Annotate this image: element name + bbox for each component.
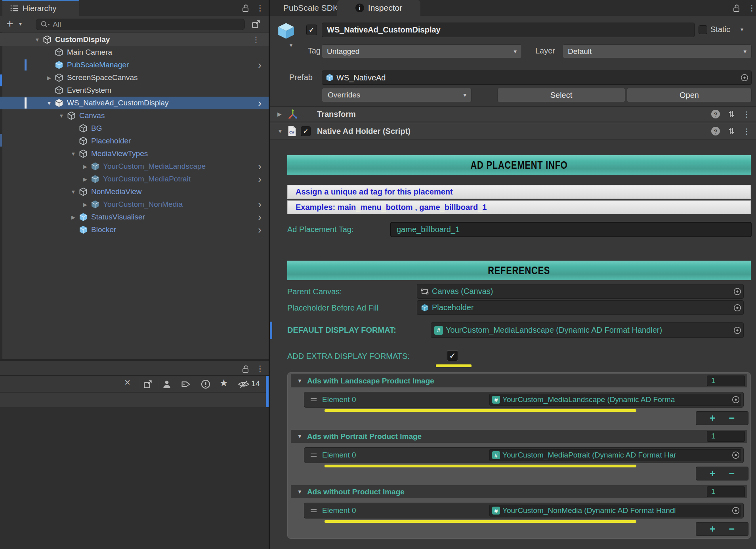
tag-dropdown[interactable]: Untagged ▾ xyxy=(322,44,522,58)
script-enabled-checkbox[interactable]: ✓ xyxy=(301,126,311,136)
hierarchy-item-main-camera[interactable]: Main Camera xyxy=(0,46,269,59)
list-element-row[interactable]: Element 0 # YourCustom_NonMedia (Dynamic… xyxy=(304,503,744,518)
add-element-button[interactable]: + xyxy=(710,413,716,423)
object-picker-icon[interactable] xyxy=(731,451,740,459)
object-picker-icon[interactable] xyxy=(733,303,742,312)
add-element-button[interactable]: + xyxy=(710,524,716,534)
tab-hierarchy[interactable]: Hierarchy xyxy=(2,0,79,16)
hierarchy-item-statusvisualiser[interactable]: ▶ StatusVisualiser › xyxy=(0,211,269,223)
gameobject-name-field[interactable]: WS_NativeAd_CustomDisplay xyxy=(322,23,695,37)
list-header[interactable]: ▼ Ads with Portrait Product Image 1 xyxy=(291,430,747,443)
drag-handle-icon[interactable] xyxy=(311,509,317,512)
foldout-open-icon[interactable]: ▼ xyxy=(277,128,283,134)
list-size-field[interactable]: 1 xyxy=(707,486,745,497)
help-icon[interactable]: ? xyxy=(711,127,720,135)
prefab-object-field[interactable]: WS_NativeAd xyxy=(322,71,752,85)
kebab-menu-icon[interactable]: ⋮ xyxy=(256,364,264,374)
add-dropdown-caret[interactable]: ▾ xyxy=(19,21,22,27)
hierarchy-item-canvas[interactable]: ▼ Canvas xyxy=(0,109,269,122)
prefab-open-chevron[interactable]: › xyxy=(258,160,262,173)
kebab-menu-icon[interactable]: ⋮ xyxy=(743,110,750,119)
preset-icon[interactable] xyxy=(727,110,736,118)
prefab-open-chevron[interactable]: › xyxy=(258,97,262,109)
add-element-button[interactable]: + xyxy=(710,469,716,478)
list-header[interactable]: ▼ Ads without Product Image 1 xyxy=(291,485,747,498)
hierarchy-search-field[interactable]: All xyxy=(36,19,245,30)
foldout-open-icon[interactable]: ▼ xyxy=(297,489,302,495)
tag-filter-icon[interactable] xyxy=(181,379,191,389)
prefab-open-chevron[interactable]: › xyxy=(258,224,262,236)
remove-element-button[interactable]: − xyxy=(729,413,735,423)
foldout-open-icon[interactable]: ▼ xyxy=(297,433,302,439)
script-component-header[interactable]: ▼ C# ✓ Native Ad Holder (Script) ? ⋮ xyxy=(270,123,756,139)
icon-dropdown-caret[interactable]: ▾ xyxy=(290,42,292,48)
hierarchy-item-ws-nativead-customdisplay[interactable]: ▼ WS_NativeAd_CustomDisplay › xyxy=(0,97,269,109)
drag-handle-icon[interactable] xyxy=(311,454,317,457)
hierarchy-item-yourcustom-medialandscape[interactable]: ▶ YourCustom_MediaLandscape › xyxy=(0,160,269,173)
hierarchy-item-customdisplay[interactable]: ▼ CustomDisplay ⋮ xyxy=(0,33,269,46)
prefab-open-chevron[interactable]: › xyxy=(258,59,262,71)
hierarchy-item-placeholder[interactable]: Placeholder xyxy=(0,135,269,147)
foldout-open-icon[interactable]: ▼ xyxy=(32,37,42,43)
help-icon[interactable]: ? xyxy=(711,110,720,118)
list-header[interactable]: ▼ Ads with Landscape Product Image 1 xyxy=(291,374,747,387)
object-picker-icon[interactable] xyxy=(731,506,740,515)
list-element-row[interactable]: Element 0 # YourCustom_MediaLandscape (D… xyxy=(304,392,744,408)
prefab-open-chevron[interactable]: › xyxy=(258,173,262,185)
list-element-row[interactable]: Element 0 # YourCustom_MediaPotrait (Dyn… xyxy=(304,447,744,463)
scene-picker-icon[interactable] xyxy=(251,19,261,29)
static-dropdown-caret[interactable]: ▾ xyxy=(741,26,743,32)
hierarchy-item-bg[interactable]: BG xyxy=(0,122,269,135)
foldout-open-icon[interactable]: ▼ xyxy=(44,100,54,106)
object-picker-icon[interactable] xyxy=(731,395,740,404)
foldout-closed-icon[interactable]: ▶ xyxy=(80,202,90,208)
close-icon[interactable]: × xyxy=(124,376,130,389)
foldout-open-icon[interactable]: ▼ xyxy=(297,378,302,384)
warning-filter-icon[interactable] xyxy=(200,379,211,389)
hierarchy-item-yourcustom-mediapotrait[interactable]: ▶ YourCustom_MediaPotrait › xyxy=(0,173,269,185)
foldout-closed-icon[interactable]: ▶ xyxy=(80,164,90,170)
hierarchy-item-blocker[interactable]: Blocker › xyxy=(0,223,269,236)
remove-element-button[interactable]: − xyxy=(729,524,735,534)
foldout-closed-icon[interactable]: ▶ xyxy=(68,214,78,220)
kebab-menu-icon[interactable]: ⋮ xyxy=(748,3,756,13)
object-field[interactable]: # YourCustom_MediaLandscape (Dynamic AD … xyxy=(489,394,741,406)
lock-icon[interactable] xyxy=(732,4,741,13)
foldout-closed-icon[interactable]: ▶ xyxy=(44,75,54,81)
foldout-closed-icon[interactable]: ▶ xyxy=(80,176,90,182)
extra-formats-checkbox[interactable]: ✓ xyxy=(447,350,458,361)
hierarchy-item-nonmediaview[interactable]: ▼ NonMediaView xyxy=(0,185,269,198)
remove-element-button[interactable]: − xyxy=(729,469,735,478)
active-checkbox[interactable]: ✓ xyxy=(306,25,317,35)
parent-canvas-field[interactable]: Canvas (Canvas) xyxy=(417,284,744,299)
add-object-button[interactable]: + xyxy=(6,18,13,30)
object-picker-icon[interactable] xyxy=(733,287,742,296)
ad-placement-tag-input[interactable]: game_billboard_1 xyxy=(390,222,752,237)
object-field[interactable]: # YourCustom_NonMedia (Dynamic AD Format… xyxy=(489,505,741,517)
hierarchy-item-yourcustom-nonmedia[interactable]: ▶ YourCustom_NonMedia › xyxy=(0,198,269,211)
picker-icon[interactable] xyxy=(143,379,153,389)
foldout-open-icon[interactable]: ▼ xyxy=(68,189,78,195)
kebab-menu-icon[interactable]: ⋮ xyxy=(743,127,750,136)
hierarchy-item-mediaviewtypes[interactable]: ▼ MediaViewTypes xyxy=(0,147,269,160)
prefab-open-chevron[interactable]: › xyxy=(258,211,262,223)
open-button[interactable]: Open xyxy=(627,88,752,102)
overrides-dropdown[interactable]: Overrides ▾ xyxy=(322,88,472,102)
lock-icon[interactable] xyxy=(241,364,250,374)
foldout-open-icon[interactable]: ▼ xyxy=(56,113,67,119)
hidden-eye-icon[interactable] xyxy=(238,379,250,389)
placeholder-field[interactable]: Placeholder xyxy=(417,300,744,315)
tab-pubscale-sdk[interactable]: PubScale SDK xyxy=(274,0,348,16)
default-format-field[interactable]: # YourCustom_MediaLandscape (Dynamic AD … xyxy=(431,322,744,338)
drag-handle-icon[interactable] xyxy=(311,398,317,401)
star-filter-icon[interactable]: ★ xyxy=(220,377,228,389)
hierarchy-item-screenspacecanvas[interactable]: ▶ ScreenSpaceCanvas xyxy=(0,71,269,84)
kebab-menu-icon[interactable]: ⋮ xyxy=(252,35,260,44)
transform-component-header[interactable]: ▶ Transform ? ⋮ xyxy=(270,106,756,122)
person-filter-icon[interactable] xyxy=(162,379,172,389)
object-picker-icon[interactable] xyxy=(733,326,742,335)
hierarchy-item-pubscalemanager[interactable]: PubScaleManager › xyxy=(0,59,269,71)
layer-dropdown[interactable]: Default ▾ xyxy=(563,44,752,58)
prefab-open-chevron[interactable]: › xyxy=(258,198,262,211)
select-button[interactable]: Select xyxy=(497,88,625,102)
